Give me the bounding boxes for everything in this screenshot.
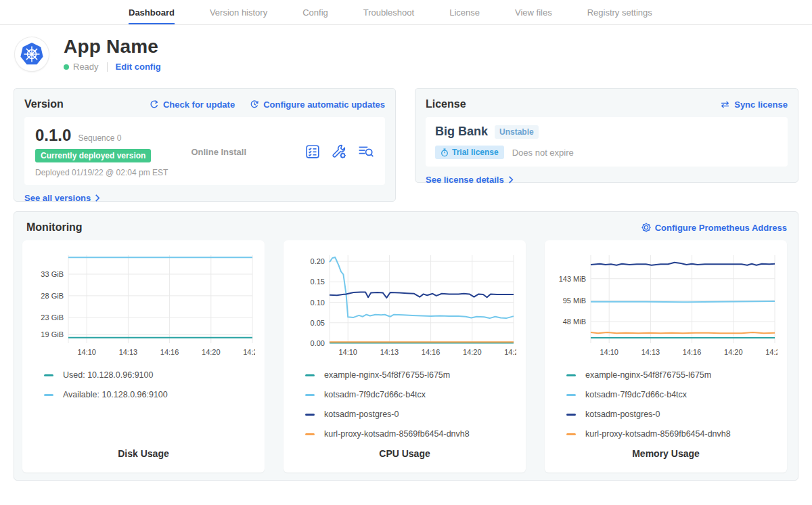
svg-text:23 GiB: 23 GiB <box>41 313 64 322</box>
tab-troubleshoot[interactable]: Troubleshoot <box>363 0 414 24</box>
preflight-checklist-icon[interactable] <box>305 144 320 159</box>
disk-usage-panel: 14:1014:1314:1614:2014:2333 GiB28 GiB23 … <box>22 240 265 473</box>
top-nav: Dashboard Version history Config Trouble… <box>0 0 812 25</box>
view-logs-icon[interactable] <box>358 144 374 159</box>
legend-item: kotsadm-7f9dc7d66c-b4tcx <box>305 390 516 399</box>
legend-item: Used: 10.128.0.96:9100 <box>44 370 255 380</box>
chart-title: Disk Usage <box>32 448 255 462</box>
app-header: App Name Ready Edit config <box>0 25 812 79</box>
tab-registry-settings[interactable]: Registry settings <box>587 0 652 24</box>
svg-text:14:20: 14:20 <box>202 348 221 356</box>
monitoring-card: Monitoring Configure Prometheus Address <box>14 211 798 481</box>
divider <box>107 62 108 72</box>
clock-refresh-icon <box>250 100 259 109</box>
legend-item: Available: 10.128.0.96:9100 <box>44 390 255 399</box>
stopwatch-icon <box>441 148 449 157</box>
channel-badge: Unstable <box>495 125 539 139</box>
svg-text:143 MiB: 143 MiB <box>559 275 586 283</box>
license-panel: Big Bank Unstable Trial license Does not… <box>426 117 788 167</box>
app-logo <box>15 37 49 71</box>
see-all-versions-link[interactable]: See all versions <box>24 193 100 203</box>
legend-item: kotsadm-postgres-0 <box>305 410 516 419</box>
sync-license-link[interactable]: Sync license <box>720 100 788 110</box>
svg-text:14:13: 14:13 <box>641 348 660 356</box>
configure-prometheus-link[interactable]: Configure Prometheus Address <box>641 223 787 233</box>
expiry-text: Does not expire <box>512 148 574 158</box>
svg-text:33 GiB: 33 GiB <box>41 270 64 278</box>
customer-name: Big Bank <box>435 125 488 139</box>
memory-usage-panel: 14:1014:1314:1614:2014:23143 MiB95 MiB48… <box>545 240 787 473</box>
legend-item: example-nginx-54f8f76755-l675m <box>566 370 777 380</box>
chart-title: Memory Usage <box>554 448 777 462</box>
version-number: 0.1.0 <box>35 126 71 145</box>
svg-text:14:13: 14:13 <box>119 348 138 356</box>
trial-license-badge: Trial license <box>435 146 504 159</box>
tab-version-history[interactable]: Version history <box>210 0 267 24</box>
svg-text:0.10: 0.10 <box>311 299 325 307</box>
legend-item: kotsadm-7f9dc7d66c-b4tcx <box>566 390 777 399</box>
check-for-update-link[interactable]: Check for update <box>150 100 235 110</box>
disk-usage-chart: 14:1014:1314:1614:2014:2333 GiB28 GiB23 … <box>32 248 255 361</box>
svg-text:14:13: 14:13 <box>380 348 399 356</box>
svg-text:14:23: 14:23 <box>765 348 777 356</box>
svg-text:14:10: 14:10 <box>77 348 96 356</box>
svg-text:14:20: 14:20 <box>724 348 743 356</box>
deployed-timestamp: Deployed 01/19/22 @ 02:04 pm EST <box>35 168 191 177</box>
refresh-icon <box>150 100 159 109</box>
configure-automatic-updates-link[interactable]: Configure automatic updates <box>250 100 385 110</box>
page-title: App Name <box>64 36 161 58</box>
chevron-right-icon <box>95 194 100 202</box>
cpu-usage-panel: 14:1014:1314:1614:2014:230.200.150.100.0… <box>284 240 526 473</box>
tab-dashboard[interactable]: Dashboard <box>129 0 175 24</box>
svg-text:0.05: 0.05 <box>311 319 325 327</box>
svg-text:0.00: 0.00 <box>311 339 325 347</box>
svg-text:14:23: 14:23 <box>504 348 516 356</box>
svg-text:95 MiB: 95 MiB <box>563 297 586 305</box>
svg-text:14:20: 14:20 <box>463 348 482 356</box>
svg-text:28 GiB: 28 GiB <box>41 292 64 300</box>
memory-usage-chart: 14:1014:1314:1614:2014:23143 MiB95 MiB48… <box>554 248 777 361</box>
license-card-title: License <box>426 98 466 110</box>
wrench-gear-icon[interactable] <box>331 144 347 160</box>
cpu-usage-chart: 14:1014:1314:1614:2014:230.200.150.100.0… <box>293 248 516 361</box>
legend-item: kurl-proxy-kotsadm-8569fb6454-dnvh8 <box>305 429 516 439</box>
install-type: Online Install <box>191 147 305 157</box>
svg-text:14:10: 14:10 <box>600 348 618 356</box>
current-version-panel: 0.1.0 Sequence 0 Currently deployed vers… <box>24 117 385 185</box>
version-card: Version Check for update <box>14 88 396 202</box>
legend-item: kotsadm-postgres-0 <box>566 410 777 419</box>
status-dot <box>64 64 69 70</box>
svg-text:14:16: 14:16 <box>683 348 702 356</box>
sync-arrows-icon <box>720 100 730 109</box>
license-card: License Sync license Big Bank Unstable <box>415 88 798 183</box>
tab-view-files[interactable]: View files <box>515 0 552 24</box>
chevron-right-icon <box>508 176 514 183</box>
legend-item: example-nginx-54f8f76755-l675m <box>305 370 516 380</box>
svg-text:14:16: 14:16 <box>160 348 179 356</box>
svg-text:0.15: 0.15 <box>311 278 325 286</box>
version-card-title: Version <box>24 98 64 110</box>
monitoring-title: Monitoring <box>26 221 83 234</box>
svg-text:19 GiB: 19 GiB <box>41 330 64 338</box>
status-text: Ready <box>73 62 99 72</box>
svg-text:14:23: 14:23 <box>243 348 255 356</box>
kubernetes-icon <box>18 41 45 68</box>
svg-text:14:16: 14:16 <box>422 348 441 356</box>
chart-title: CPU Usage <box>293 448 516 462</box>
deployed-badge: Currently deployed version <box>35 149 151 162</box>
legend-item: kurl-proxy-kotsadm-8569fb6454-dnvh8 <box>566 429 777 439</box>
svg-text:0.20: 0.20 <box>311 257 325 265</box>
svg-text:48 MiB: 48 MiB <box>563 317 586 326</box>
gear-icon <box>641 223 651 232</box>
see-license-details-link[interactable]: See license details <box>426 175 514 185</box>
version-sequence: Sequence 0 <box>78 133 121 143</box>
edit-config-link[interactable]: Edit config <box>116 62 161 72</box>
cards-row: Version Check for update <box>0 79 812 202</box>
svg-text:14:10: 14:10 <box>338 348 357 356</box>
tab-license[interactable]: License <box>449 0 480 24</box>
tab-config[interactable]: Config <box>302 0 328 24</box>
